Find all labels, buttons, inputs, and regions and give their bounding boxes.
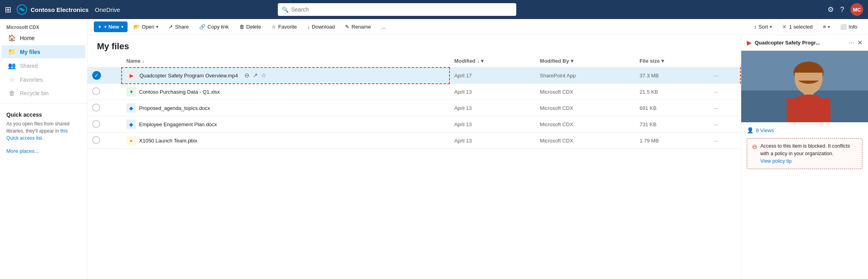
modified-cell: April 13: [450, 116, 535, 133]
info-panel-icon: ⬜: [840, 24, 847, 30]
row-checkbox[interactable]: ✓: [87, 67, 106, 84]
info-panel-more-icon[interactable]: ···: [849, 39, 854, 46]
remove-icon[interactable]: ⊖: [244, 72, 250, 79]
svg-point-1: [21, 8, 23, 11]
file-name: X1050 Launch Team.pbix: [139, 138, 197, 144]
check-empty-icon: [92, 120, 100, 128]
sidebar-item-favorites[interactable]: ☆ Favorites: [2, 73, 85, 86]
open-button[interactable]: 📂 Open ▾: [129, 21, 163, 32]
file-area: My files Name ↓ Modified ↓ ▾: [87, 35, 868, 279]
logo: Contoso Electronics OneDrive: [16, 4, 120, 15]
filesize-cell: 731 KB: [635, 116, 709, 133]
sidebar-item-label: Shared: [20, 63, 38, 69]
sidebar-item-label: Recycle bin: [20, 90, 48, 96]
home-icon: 🏠: [8, 34, 16, 42]
col-modified-by[interactable]: Modified By ▾: [535, 55, 635, 67]
row-actions-cell[interactable]: ···: [709, 100, 740, 116]
table-row[interactable]: ◆ Proposed_agenda_topics.docx April 13 M…: [87, 100, 740, 116]
file-table: Name ↓ Modified ↓ ▾ Modified By ▾ File s…: [87, 55, 741, 149]
info-panel: ▶ Quadcopter Safety Progr... ··· ✕: [741, 35, 868, 279]
rename-button[interactable]: ✎ Rename: [341, 21, 375, 32]
sidebar-item-home[interactable]: 🏠 Home: [2, 31, 85, 44]
preview-svg: [741, 51, 868, 122]
row-actions-cell[interactable]: ···: [709, 133, 740, 149]
col-actions: [709, 55, 740, 67]
table-row[interactable]: ◆ Employee Engagement Plan.docx April 13…: [87, 116, 740, 133]
block-icon: ⊖: [752, 143, 757, 150]
sidebar-item-shared[interactable]: 👥 Shared: [2, 59, 85, 72]
favorite-button[interactable]: ☆ Favorite: [267, 21, 301, 32]
settings-icon[interactable]: ⚙: [827, 5, 834, 14]
row-actions-cell[interactable]: ···: [709, 116, 740, 133]
info-panel-close-icon[interactable]: ✕: [857, 39, 862, 46]
row-checkbox[interactable]: [87, 133, 106, 149]
file-name-cell[interactable]: ◆ Proposed_agenda_topics.docx: [122, 100, 450, 116]
open-icon: 📂: [134, 24, 140, 30]
download-icon: ↓: [307, 24, 310, 30]
more-button[interactable]: ...: [377, 21, 390, 32]
copy-link-button[interactable]: 🔗 Copy link: [195, 21, 233, 32]
view-toggle-button[interactable]: ≡ ▾: [819, 21, 835, 32]
logo-icon: [16, 4, 27, 15]
file-name-cell[interactable]: ▶ Quadcopter Safety Program Overview.mp4…: [122, 67, 450, 84]
view-policy-link[interactable]: View policy tip: [760, 158, 792, 164]
delete-button[interactable]: 🗑 Delete: [235, 21, 266, 32]
new-button[interactable]: + + New ▾: [94, 21, 128, 32]
col-filesize[interactable]: File size ▾: [635, 55, 709, 67]
share-button[interactable]: ↗ Share: [164, 21, 193, 32]
share-file-icon[interactable]: ↗: [253, 72, 258, 79]
row-checkbox[interactable]: [87, 100, 106, 116]
apps-icon[interactable]: ⊞: [5, 5, 12, 14]
table-row[interactable]: ✦ Contoso Purchasing Data - Q1.xlsx Apri…: [87, 84, 740, 100]
info-button[interactable]: ⬜ Info: [836, 21, 862, 32]
file-type-icon-cell: [106, 100, 122, 116]
row-actions-cell[interactable]: ···: [709, 67, 740, 84]
filesize-cell: 1.79 MB: [635, 133, 709, 149]
brand-name: Contoso Electronics: [31, 6, 89, 13]
layout: Microsoft CDX 🏠 Home 📁 My files 👥 Shared…: [0, 19, 868, 279]
quick-access-section: Quick access As you open files from shar…: [0, 107, 87, 146]
sidebar-section-title: Microsoft CDX: [0, 22, 87, 31]
file-list: My files Name ↓ Modified ↓ ▾: [87, 35, 741, 279]
file-name-cell[interactable]: ✦ Contoso Purchasing Data - Q1.xlsx: [122, 84, 450, 100]
modified-by-cell: Microsoft CDX: [535, 116, 635, 133]
sort-button[interactable]: ↕ Sort ▾: [750, 21, 776, 32]
more-places-link[interactable]: More places...: [0, 146, 87, 156]
shared-icon: 👥: [8, 62, 16, 69]
preview-image: [741, 51, 868, 122]
sidebar-item-label: Home: [20, 35, 35, 41]
search-bar[interactable]: 🔍: [278, 3, 516, 16]
sidebar-item-label: My files: [20, 49, 40, 55]
info-panel-title: Quadcopter Safety Progr...: [755, 40, 846, 46]
close-selected-icon[interactable]: ✕: [782, 24, 787, 30]
file-name-cell[interactable]: ● X1050 Launch Team.pbix: [122, 133, 450, 149]
sidebar-item-myfiles[interactable]: 📁 My files: [2, 45, 85, 58]
favorite-file-icon[interactable]: ☆: [261, 72, 266, 79]
file-type-icon-cell: [106, 67, 122, 84]
col-modified[interactable]: Modified ↓ ▾: [450, 55, 535, 67]
modified-by-cell: SharePoint App: [535, 67, 635, 84]
row-checkbox[interactable]: [87, 84, 106, 100]
trash-icon: 🗑: [8, 90, 16, 97]
avatar[interactable]: MC: [851, 3, 863, 16]
chevron-down-icon-view: ▾: [828, 25, 830, 29]
help-icon[interactable]: ?: [840, 6, 844, 14]
file-name-cell[interactable]: ◆ Employee Engagement Plan.docx: [122, 116, 450, 133]
file-name: Employee Engagement Plan.docx: [139, 121, 217, 127]
col-check: [87, 55, 106, 67]
top-nav: ⊞ Contoso Electronics OneDrive 🔍 ⚙ ? MC: [0, 0, 868, 19]
video-icon: ▶: [747, 39, 752, 46]
table-row[interactable]: ● X1050 Launch Team.pbix April 13 Micros…: [87, 133, 740, 149]
row-actions-cell[interactable]: ···: [709, 84, 740, 100]
modified-cell: April 13: [450, 84, 535, 100]
file-name: Quadcopter Safety Program Overview.mp4: [140, 73, 238, 79]
search-input[interactable]: [291, 6, 512, 13]
download-button[interactable]: ↓ Download: [303, 21, 339, 32]
row-checkbox[interactable]: [87, 116, 106, 133]
table-row[interactable]: ✓ ▶ Quadcopter Safety Program Overview.m…: [87, 67, 740, 84]
sidebar-item-label: Favorites: [20, 77, 43, 83]
sidebar-item-recycle[interactable]: 🗑 Recycle bin: [2, 87, 85, 100]
col-name[interactable]: Name ↓: [122, 55, 450, 67]
view-icon: ≡: [823, 24, 826, 30]
page-title: My files: [87, 35, 741, 55]
